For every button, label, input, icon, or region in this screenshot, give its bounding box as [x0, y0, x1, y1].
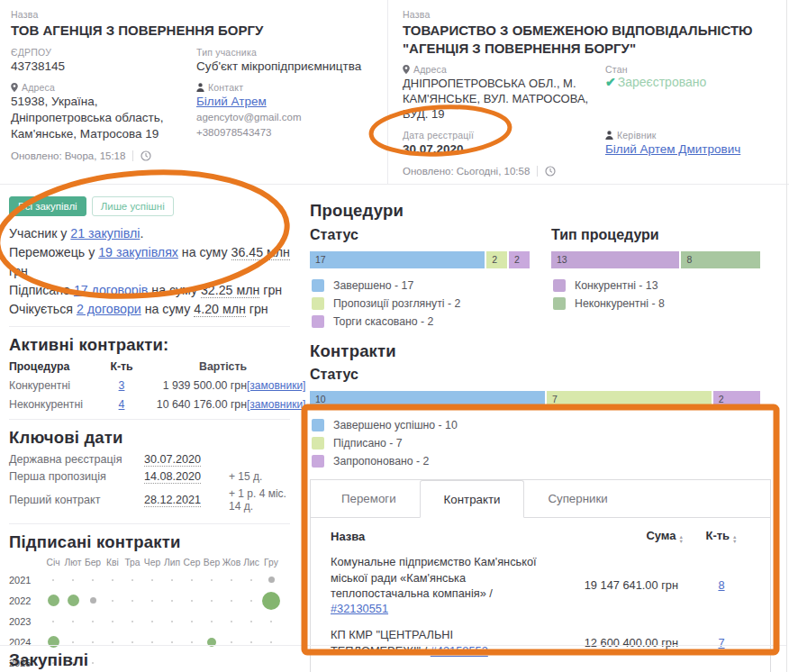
contract-dot[interactable]: [211, 621, 213, 622]
contract-dot[interactable]: [250, 641, 252, 643]
bar-segment: 10: [310, 391, 545, 408]
contract-dot[interactable]: [68, 595, 79, 606]
contract-dot[interactable]: [270, 641, 272, 643]
contract-dot[interactable]: [112, 579, 113, 581]
contract-dot[interactable]: [52, 579, 54, 581]
column-header-sum[interactable]: Сума▲▼: [549, 529, 693, 543]
contract-dot[interactable]: [52, 621, 54, 622]
contract-dot[interactable]: [92, 621, 94, 622]
contract-dot[interactable]: [151, 641, 153, 643]
dot-cell: [162, 621, 182, 622]
contact-name-link[interactable]: Білий Атрем: [196, 95, 267, 108]
contract-dot[interactable]: [132, 641, 133, 643]
count-cell: 8: [693, 578, 750, 592]
count-link[interactable]: 7: [718, 636, 724, 649]
month-label: Січ: [43, 558, 63, 568]
count-link[interactable]: 8: [718, 578, 724, 592]
contract-dot[interactable]: [270, 621, 272, 622]
contract-value-cell: 1 939 500.00 грн: [141, 379, 247, 392]
filter-successful-button[interactable]: Лише успішні: [92, 196, 174, 216]
contract-dot[interactable]: [92, 641, 94, 643]
divider: [0, 645, 786, 646]
right-column: Процедури Статус 1722 Завершено - 17Проп…: [301, 185, 789, 672]
key-date-label: Перша пропозиція: [9, 470, 144, 483]
legend-label: Неконкурентні - 8: [575, 297, 665, 310]
contract-dot[interactable]: [72, 641, 74, 643]
column-header-count[interactable]: К-ть▲▼: [693, 529, 750, 543]
contract-dot[interactable]: [92, 579, 94, 581]
dot-cell: [182, 621, 202, 622]
dot-cell: [241, 600, 261, 602]
contract-dot[interactable]: [112, 641, 113, 643]
dot-cell: [43, 579, 63, 581]
signed-count-link[interactable]: 17 договорів: [74, 283, 149, 297]
contract-dot[interactable]: [250, 621, 252, 622]
contract-dot[interactable]: [262, 592, 280, 610]
divider: [9, 326, 290, 327]
tab-wins[interactable]: Перемоги: [318, 480, 420, 517]
procedures-type-chart: Тип процедури 138 Конкурентні - 13Неконк…: [551, 226, 760, 331]
contract-dot[interactable]: [132, 600, 133, 602]
contract-count-link[interactable]: 3: [119, 379, 125, 392]
dot-cell: [43, 636, 63, 648]
contract-dot[interactable]: [72, 621, 74, 622]
contract-dot[interactable]: [211, 579, 213, 581]
filter-all-button[interactable]: Всі закупівлі: [9, 196, 86, 216]
head-name-link[interactable]: Білий Артем Дмитрович: [605, 142, 740, 156]
active-contracts-title: Активні контракти:: [9, 335, 290, 355]
contract-dot[interactable]: [90, 597, 96, 604]
supplier-name-label: Назва: [11, 9, 373, 20]
history-clock-icon[interactable]: [141, 150, 151, 161]
contract-dot[interactable]: [250, 600, 252, 602]
contract-dot[interactable]: [132, 621, 133, 622]
contract-dot[interactable]: [48, 636, 59, 648]
contract-dot[interactable]: [211, 600, 213, 602]
active-contracts-table: ПроцедураК-тьВартістьКонкурентні31 939 5…: [9, 360, 290, 411]
expected-count-link[interactable]: 2 договори: [77, 302, 141, 316]
contract-dot[interactable]: [231, 579, 232, 581]
contract-dot[interactable]: [112, 600, 113, 602]
month-label: Лис: [241, 558, 261, 568]
contract-dot[interactable]: [191, 621, 193, 622]
contract-dot[interactable]: [151, 621, 153, 622]
winner-count-link[interactable]: 19 закупівлях: [98, 245, 178, 259]
customers-cell: [замовники]: [247, 398, 305, 411]
tab-rivals[interactable]: Суперники: [524, 480, 630, 517]
contract-dot[interactable]: [191, 641, 193, 643]
contract-dot[interactable]: [171, 641, 173, 643]
contract-dot[interactable]: [231, 641, 232, 643]
legend-swatch-icon: [312, 297, 324, 310]
customers-link[interactable]: [замовники]: [247, 398, 305, 411]
contract-dot[interactable]: [231, 621, 232, 622]
procedures-status-chart: Статус 1722 Завершено - 17Пропозиції роз…: [310, 226, 530, 331]
contract-dot[interactable]: [268, 577, 275, 583]
contract-dot[interactable]: [72, 579, 74, 581]
counterparty-id-link[interactable]: #32130551: [331, 602, 388, 615]
legend-label: Пропозиції розглянуті - 2: [333, 297, 460, 310]
contract-dot[interactable]: [151, 600, 153, 602]
sort-icon[interactable]: ▲▼: [679, 535, 684, 543]
participant-count-link[interactable]: 21 закупівлі: [70, 226, 140, 241]
history-clock-icon[interactable]: [545, 166, 556, 177]
contract-dot[interactable]: [48, 595, 59, 606]
contract-dot[interactable]: [112, 621, 113, 622]
contract-dot[interactable]: [92, 662, 94, 664]
procedures-status-bar: 1722: [310, 251, 530, 268]
supplier-updated-row: Оновлено: Вчора, 15:18: [11, 150, 373, 161]
contract-dot[interactable]: [151, 579, 153, 581]
contract-dot[interactable]: [231, 600, 232, 602]
contract-dot[interactable]: [191, 600, 193, 602]
customers-link[interactable]: [замовники]: [247, 379, 305, 392]
contract-count-link[interactable]: 4: [119, 398, 125, 411]
purchases-title: Закупівлі: [9, 650, 88, 670]
contract-dot[interactable]: [171, 579, 173, 581]
tab-contracts[interactable]: Контракти: [420, 480, 525, 518]
contract-dot[interactable]: [171, 600, 173, 602]
contract-dot[interactable]: [171, 621, 173, 622]
sort-icon[interactable]: ▲▼: [732, 535, 737, 543]
contract-dot[interactable]: [250, 579, 252, 581]
month-label: Кві: [103, 558, 122, 568]
sum-cell: 12 600 400.00 грн: [549, 636, 693, 649]
contract-dot[interactable]: [191, 579, 193, 581]
contract-dot[interactable]: [132, 579, 133, 581]
